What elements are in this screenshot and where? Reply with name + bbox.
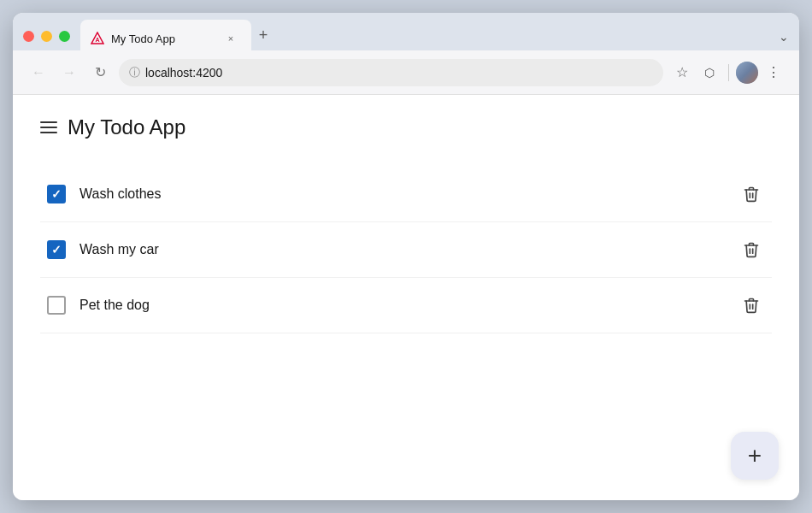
checkmark-icon: ✓: [51, 244, 62, 256]
close-control[interactable]: [23, 31, 34, 42]
delete-todo-button-2[interactable]: [738, 236, 765, 263]
todo-item: Pet the dog: [40, 278, 772, 333]
delete-todo-button-1[interactable]: [738, 180, 765, 208]
minimize-control[interactable]: [41, 31, 52, 42]
profile-avatar[interactable]: [736, 62, 758, 84]
page-content: My Todo App ✓Wash clothes ✓Wash my car P…: [13, 95, 799, 500]
hamburger-button[interactable]: [40, 121, 57, 133]
tab-title: My Todo App: [111, 32, 217, 45]
more-icon: ⋮: [767, 64, 780, 80]
trash-icon: [743, 241, 760, 258]
nav-bar: ← → ↻ ⓘ localhost:4200 ☆ ⬡ ⋮: [13, 50, 799, 95]
hamburger-line-1: [40, 121, 57, 123]
info-icon: ⓘ: [129, 65, 140, 80]
hamburger-line-3: [40, 132, 57, 133]
extensions-button[interactable]: ⬡: [697, 61, 721, 85]
tab-favicon: A: [91, 32, 104, 45]
nav-right-controls: ☆ ⬡ ⋮: [670, 61, 786, 85]
checkmark-icon: ✓: [51, 188, 62, 200]
back-button[interactable]: ←: [26, 61, 50, 85]
svg-text:A: A: [95, 37, 99, 43]
hamburger-line-2: [40, 127, 57, 128]
more-button[interactable]: ⋮: [762, 61, 786, 85]
star-button[interactable]: ☆: [670, 61, 694, 85]
todo-text-3: Pet the dog: [79, 298, 724, 313]
window-controls: [23, 31, 70, 50]
todo-item: ✓Wash clothes: [40, 167, 772, 222]
add-icon: +: [748, 442, 762, 469]
todo-checkbox-3[interactable]: [47, 296, 66, 315]
browser-window: A My Todo App × + ⌄ ← → ↻ ⓘ localhost:42…: [13, 13, 799, 500]
app-header: My Todo App: [40, 115, 772, 139]
new-tab-button[interactable]: +: [251, 23, 275, 47]
todo-list: ✓Wash clothes ✓Wash my car Pet the dog: [40, 167, 772, 333]
extensions-icon: ⬡: [704, 66, 715, 80]
maximize-control[interactable]: [59, 31, 70, 42]
nav-divider: [728, 64, 729, 81]
trash-icon: [743, 186, 760, 203]
star-icon: ☆: [676, 64, 688, 80]
trash-icon: [743, 297, 760, 314]
active-tab[interactable]: A My Todo App ×: [80, 20, 251, 50]
todo-item: ✓Wash my car: [40, 222, 772, 278]
todo-text-2: Wash my car: [79, 242, 724, 257]
todo-checkbox-1[interactable]: ✓: [47, 185, 66, 203]
delete-todo-button-3[interactable]: [738, 292, 765, 319]
forward-button[interactable]: →: [57, 61, 81, 85]
avatar-image: [736, 62, 758, 84]
refresh-button[interactable]: ↻: [88, 61, 112, 85]
address-text: localhost:4200: [145, 66, 653, 80]
address-bar[interactable]: ⓘ localhost:4200: [119, 59, 663, 86]
todo-text-1: Wash clothes: [79, 186, 724, 202]
add-todo-button[interactable]: +: [731, 432, 779, 480]
tab-bar: A My Todo App × + ⌄: [13, 13, 799, 50]
app-title: My Todo App: [68, 115, 185, 139]
todo-checkbox-2[interactable]: ✓: [47, 240, 66, 259]
tab-close-button[interactable]: ×: [224, 32, 238, 45]
tab-chevron-button[interactable]: ⌄: [779, 30, 789, 44]
